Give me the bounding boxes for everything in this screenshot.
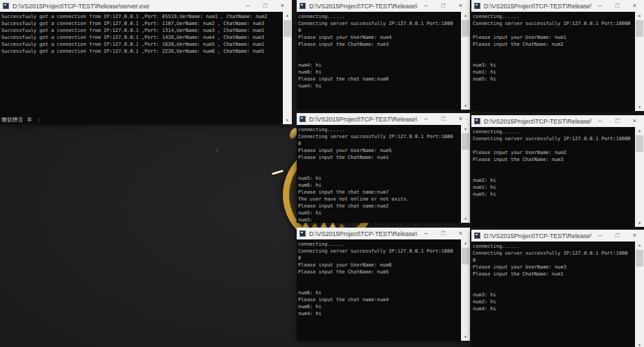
- scrollbar-thumb[interactable]: [462, 20, 469, 37]
- close-button[interactable]: ×: [452, 228, 469, 239]
- console-line: [298, 276, 460, 282]
- ime-indicator: 微软拼音 半 ：: [1, 117, 42, 124]
- maximize-button[interactable]: □: [609, 0, 626, 12]
- console-line: [298, 282, 460, 289]
- console-lines: connecting......Connecting server succes…: [473, 243, 634, 347]
- minimize-button[interactable]: –: [591, 230, 609, 242]
- console-line: num4: hi: [298, 62, 460, 69]
- console-line: Please input your UserName: num4: [298, 34, 460, 41]
- console-line: Successfuuly got a connection from IP:12…: [1, 27, 282, 34]
- titlebar[interactable]: D:\VS2015Project\TCP-TEST\Release\client…: [471, 115, 644, 127]
- maximize-button[interactable]: □: [435, 113, 452, 125]
- console-line: num5: hi: [298, 210, 460, 217]
- console-line: num3: hi: [473, 291, 634, 298]
- window-title: D:\VS2015Project\TCP-TEST\Release\client…: [484, 118, 591, 125]
- titlebar[interactable]: D:\VS2015Project\TCP-TEST\Release\client…: [471, 0, 644, 12]
- close-button[interactable]: ×: [452, 113, 469, 125]
- scrollbar[interactable]: ▲ ▼: [461, 125, 470, 223]
- console-line: [298, 48, 460, 55]
- console-output: connecting......Connecting server succes…: [297, 12, 470, 110]
- maximize-button[interactable]: □: [609, 230, 626, 242]
- console-line: Please input the chat name:num2: [298, 203, 460, 210]
- scroll-up-arrow[interactable]: ▲: [635, 242, 644, 249]
- console-line: Connecting server successfully IP:127.0.…: [298, 133, 460, 140]
- window-title: D:\VS2015Project\TCP-TEST\Release\server…: [12, 3, 239, 10]
- scroll-up-arrow[interactable]: ▲: [283, 12, 292, 19]
- scroll-up-arrow[interactable]: ▲: [635, 12, 644, 19]
- console-line: num5: hi: [473, 76, 634, 83]
- console-line: num5:: [298, 217, 460, 223]
- console-line: Successfuuly got a connection from IP:12…: [1, 13, 282, 20]
- console-line: connecting......: [298, 241, 460, 248]
- titlebar[interactable]: D:\VS2015Project\TCP-TEST\Release\client…: [471, 230, 644, 242]
- scrollbar[interactable]: ▲ ▼: [283, 12, 292, 124]
- scrollbar-thumb[interactable]: [636, 135, 643, 152]
- console-line: connecting......: [473, 13, 634, 20]
- scroll-down-arrow[interactable]: ▼: [635, 103, 644, 111]
- console-output: Successfuuly got a connection from IP:12…: [0, 12, 292, 124]
- console-icon: [474, 3, 480, 9]
- titlebar[interactable]: D:\VS2015Project\TCP-TEST\Release\client…: [297, 228, 470, 239]
- close-button[interactable]: ×: [274, 0, 291, 12]
- console-line: Successfuuly got a connection from IP:12…: [1, 48, 282, 55]
- scrollbar-thumb[interactable]: [462, 248, 469, 264]
- titlebar[interactable]: D:\VS2015Project\TCP-TEST\Release\client…: [297, 0, 470, 12]
- maximize-button[interactable]: □: [435, 228, 452, 239]
- scroll-down-arrow[interactable]: ▼: [461, 102, 470, 110]
- console-icon: [299, 116, 306, 122]
- window-title: D:\VS2015Project\TCP-TEST\Release\client…: [309, 116, 417, 123]
- console-line: [473, 170, 634, 177]
- scrollbar-thumb[interactable]: [462, 133, 469, 150]
- minimize-button[interactable]: –: [417, 228, 435, 239]
- minimize-button[interactable]: –: [591, 0, 609, 12]
- console-icon: [474, 118, 480, 124]
- scrollbar[interactable]: ▲ ▼: [461, 12, 470, 110]
- window-client-mid-right: D:\VS2015Project\TCP-TEST\Release\client…: [471, 115, 644, 227]
- console-line: [298, 168, 460, 175]
- scroll-down-arrow[interactable]: ▼: [635, 219, 644, 227]
- scrollbar[interactable]: ▲ ▼: [461, 239, 470, 341]
- close-button[interactable]: ×: [452, 0, 469, 12]
- scroll-up-arrow[interactable]: ▲: [635, 127, 644, 135]
- scroll-down-arrow[interactable]: ▼: [461, 215, 470, 223]
- minimize-button[interactable]: –: [417, 113, 435, 125]
- scroll-down-arrow[interactable]: ▼: [283, 117, 292, 124]
- window-title: D:\VS2015Project\TCP-TEST\Release\client…: [309, 3, 417, 10]
- console-line: connecting......: [298, 126, 460, 133]
- close-button[interactable]: ×: [626, 0, 643, 12]
- scrollbar-thumb[interactable]: [636, 250, 643, 266]
- scroll-up-arrow[interactable]: ▲: [461, 125, 470, 133]
- maximize-button[interactable]: □: [256, 0, 274, 12]
- console-line: Please input your UserName: num5: [298, 147, 460, 154]
- minimize-button[interactable]: –: [591, 115, 609, 127]
- console-line: Please input the ChatName: num1: [473, 271, 634, 278]
- window-title: D:\VS2015Project\TCP-TEST\Release\client…: [484, 3, 591, 10]
- console-output: connecting......Connecting server succes…: [297, 125, 470, 223]
- minimize-button[interactable]: –: [417, 0, 435, 12]
- maximize-button[interactable]: □: [435, 0, 452, 12]
- scrollbar[interactable]: ▲ ▼: [635, 242, 644, 347]
- scrollbar[interactable]: ▲ ▼: [635, 127, 644, 227]
- window-client-top-center: D:\VS2015Project\TCP-TEST\Release\client…: [297, 0, 470, 110]
- console-lines: Successfuuly got a connection from IP:12…: [1, 13, 282, 124]
- console-line: Please input the chat name:num7: [298, 189, 460, 196]
- scrollbar-thumb[interactable]: [636, 20, 643, 37]
- scroll-down-arrow[interactable]: ▼: [635, 341, 644, 347]
- console-line: 0: [473, 257, 634, 264]
- scrollbar[interactable]: ▲ ▼: [635, 12, 644, 111]
- scroll-up-arrow[interactable]: ▲: [461, 12, 470, 19]
- desktop: D:\VS2015Project\TCP-TEST\Release\server…: [0, 0, 644, 347]
- titlebar[interactable]: D:\VS2015Project\TCP-TEST\Release\server…: [0, 0, 292, 12]
- console-line: num3: hi: [473, 62, 634, 69]
- close-button[interactable]: ×: [626, 115, 643, 127]
- console-output: connecting......Connecting server succes…: [471, 242, 644, 347]
- maximize-button[interactable]: □: [609, 115, 626, 127]
- console-icon: [299, 3, 306, 9]
- minimize-button[interactable]: –: [239, 0, 256, 12]
- close-button[interactable]: ×: [626, 230, 643, 242]
- scroll-down-arrow[interactable]: ▼: [461, 333, 470, 341]
- console-line: num6: hi: [298, 69, 460, 76]
- scrollbar-thumb[interactable]: [284, 20, 291, 37]
- scroll-up-arrow[interactable]: ▲: [461, 239, 470, 247]
- titlebar[interactable]: D:\VS2015Project\TCP-TEST\Release\client…: [297, 113, 470, 125]
